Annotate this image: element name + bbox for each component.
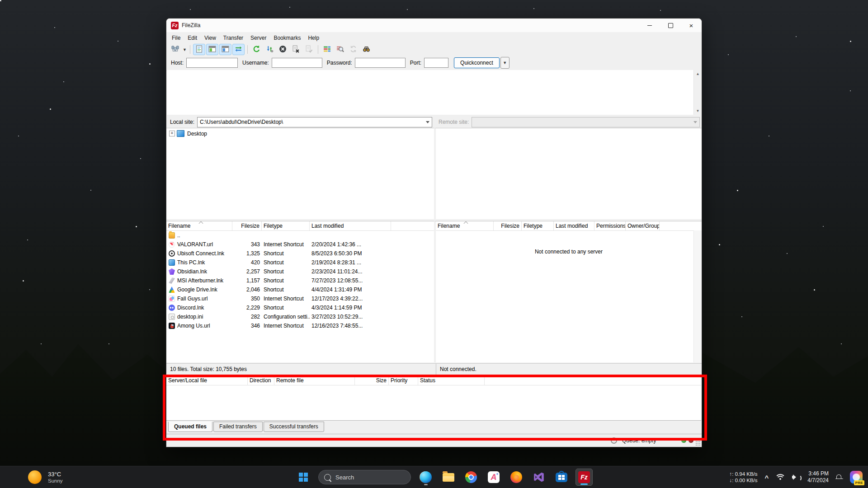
network-speed-widget[interactable]: ↑: 0.94 KB/s ↓: 0.00 KB/s	[730, 471, 758, 483]
column-header-last-modified[interactable]: Last modified	[310, 221, 391, 230]
taskbar-app-a-app[interactable]: A	[485, 469, 502, 486]
taskbar-app-microsoft-store[interactable]	[553, 469, 570, 486]
scroll-up-icon[interactable]: ▲	[694, 70, 702, 78]
menu-item-view[interactable]: View	[201, 33, 220, 43]
toggle-message-log-button[interactable]	[193, 44, 205, 55]
remote-list-scrollbar[interactable]	[693, 230, 702, 362]
synchronized-browsing-button[interactable]	[347, 44, 359, 55]
password-input[interactable]	[355, 58, 406, 68]
filezilla-app-icon: Fz	[171, 22, 179, 29]
search-box[interactable]	[318, 470, 411, 484]
menu-item-server[interactable]: Server	[247, 33, 270, 43]
file-row[interactable]: Obsidian.lnk2,257Shortcut2/23/2024 11:01…	[166, 267, 434, 276]
taskbar-app-filezilla[interactable]: Fz	[576, 469, 593, 486]
file-row[interactable]: VALORANT.url343Internet Shortcut2/20/202…	[166, 240, 434, 249]
toggle-local-tree-button[interactable]	[206, 44, 218, 55]
local-site-label: Local site:	[170, 119, 194, 125]
username-input[interactable]	[272, 58, 322, 68]
file-row[interactable]: desktop.ini282Configuration setti...3/27…	[166, 312, 434, 321]
file-modified-cell: 7/27/2023 12:08:55...	[310, 276, 391, 285]
taskbar-app-file-explorer[interactable]	[440, 469, 457, 486]
file-size-cell: 2,229	[232, 303, 262, 312]
edge-icon	[420, 471, 432, 483]
find-files-button[interactable]	[360, 44, 373, 55]
file-row[interactable]: MSI Afterburner.lnk1,157Shortcut7/27/202…	[166, 276, 434, 285]
file-row[interactable]: Google Drive.lnk2,046Shortcut4/4/2024 1:…	[166, 285, 434, 294]
message-log-scrollbar[interactable]: ▲ ▼	[693, 70, 702, 115]
volume-icon[interactable]	[792, 474, 800, 480]
file-name-cell: Discord.lnk	[166, 303, 232, 312]
file-row[interactable]: Among Us.url346Internet Shortcut12/16/20…	[166, 321, 434, 330]
reconnect-button[interactable]	[303, 44, 315, 55]
taskbar-app-chrome[interactable]	[462, 469, 480, 486]
column-header-last-modified[interactable]: Last modified	[554, 221, 594, 230]
tree-expander-icon[interactable]: +	[169, 131, 175, 136]
clock-widget[interactable]: 3:46 PM 4/7/2024	[807, 470, 829, 484]
file-row[interactable]: This PC.lnk420Shortcut2/19/2024 8:28:31 …	[166, 258, 434, 267]
host-input[interactable]	[186, 58, 238, 68]
resize-grip[interactable]	[695, 441, 701, 446]
tray-date: 4/7/2024	[807, 477, 829, 484]
search-icon	[324, 474, 331, 481]
column-header-filesize[interactable]: Filesize	[494, 221, 522, 230]
toggle-remote-tree-button[interactable]	[219, 44, 231, 55]
taskbar-app-edge[interactable]	[417, 469, 434, 486]
refresh-button[interactable]	[250, 44, 263, 55]
local-site-combo[interactable]: C:\Users\abdul\OneDrive\Desktop\	[197, 117, 432, 127]
maximize-button[interactable]	[660, 19, 681, 32]
notifications-bell-icon[interactable]	[836, 474, 843, 481]
toggle-transfer-queue-button[interactable]	[232, 44, 245, 55]
column-header-filesize[interactable]: Filesize	[232, 221, 262, 230]
file-lists: FilenameFilesizeFiletypeLast modified ..…	[166, 221, 702, 362]
cancel-operation-button[interactable]	[277, 44, 289, 55]
chevron-down-icon: ▼	[503, 61, 507, 65]
file-row[interactable]: ..	[166, 231, 434, 240]
search-input[interactable]	[335, 474, 416, 481]
wifi-icon[interactable]	[776, 474, 785, 480]
file-modified-cell: 2/19/2024 8:28:31 ...	[310, 258, 391, 267]
username-label: Username:	[242, 60, 269, 66]
column-header-filetype[interactable]: Filetype	[262, 221, 310, 230]
weather-widget[interactable]: 33°C Sunny	[24, 466, 67, 488]
file-modified-cell: 4/3/2024 1:14:59 PM	[310, 303, 391, 312]
directory-comparison-button[interactable]	[321, 44, 333, 55]
copilot-icon[interactable]: PRE	[850, 471, 863, 483]
column-header-label: Permissions	[596, 223, 626, 229]
menu-item-bookmarks[interactable]: Bookmarks	[270, 33, 304, 43]
site-manager-button[interactable]	[169, 44, 181, 55]
column-header-permissions[interactable]: Permissions	[594, 221, 626, 230]
tray-overflow-chevron-icon[interactable]: ^	[765, 474, 769, 482]
remote-tree-pane	[434, 128, 702, 219]
column-header-filename[interactable]: Filename	[436, 221, 494, 230]
column-header-filename[interactable]: Filename	[166, 221, 232, 230]
file-name: Fall Guys.url	[177, 296, 208, 302]
close-button[interactable]: ×	[681, 19, 702, 32]
menu-item-file[interactable]: File	[168, 33, 184, 43]
quickconnect-button[interactable]: Quickconnect	[454, 57, 500, 68]
column-header-label: Filesize	[501, 223, 519, 229]
menu-item-edit[interactable]: Edit	[184, 33, 201, 43]
minimize-button[interactable]	[639, 19, 660, 32]
menu-item-help[interactable]: Help	[304, 33, 323, 43]
column-header-filetype[interactable]: Filetype	[522, 221, 554, 230]
scroll-down-icon[interactable]: ▼	[694, 107, 702, 115]
start-button[interactable]	[295, 469, 312, 486]
column-header-owner-group[interactable]: Owner/Group	[626, 221, 660, 230]
process-queue-button[interactable]	[264, 44, 276, 55]
file-row[interactable]: Ubisoft Connect.lnk1,325Shortcut8/5/2023…	[166, 249, 434, 258]
disconnect-button[interactable]	[290, 44, 302, 55]
site-manager-dropdown-button[interactable]: ▼	[182, 44, 188, 55]
filename-filters-button[interactable]	[334, 44, 346, 55]
file-row[interactable]: Fall Guys.url350Internet Shortcut12/17/2…	[166, 294, 434, 303]
menu-item-transfer[interactable]: Transfer	[220, 33, 247, 43]
weather-condition: Sunny	[48, 478, 63, 484]
taskbar-app-visual-studio[interactable]	[530, 469, 547, 486]
file-name-cell: This PC.lnk	[166, 258, 232, 267]
refresh-icon	[253, 45, 260, 54]
port-input[interactable]	[424, 58, 448, 68]
quickconnect-dropdown-button[interactable]: ▼	[500, 57, 509, 69]
file-row[interactable]: Discord.lnk2,229Shortcut4/3/2024 1:14:59…	[166, 303, 434, 312]
upload-speed: ↑: 0.94 KB/s	[730, 471, 758, 477]
tree-item-desktop[interactable]: + Desktop	[169, 130, 434, 137]
taskbar-app-firefox[interactable]	[508, 469, 525, 486]
